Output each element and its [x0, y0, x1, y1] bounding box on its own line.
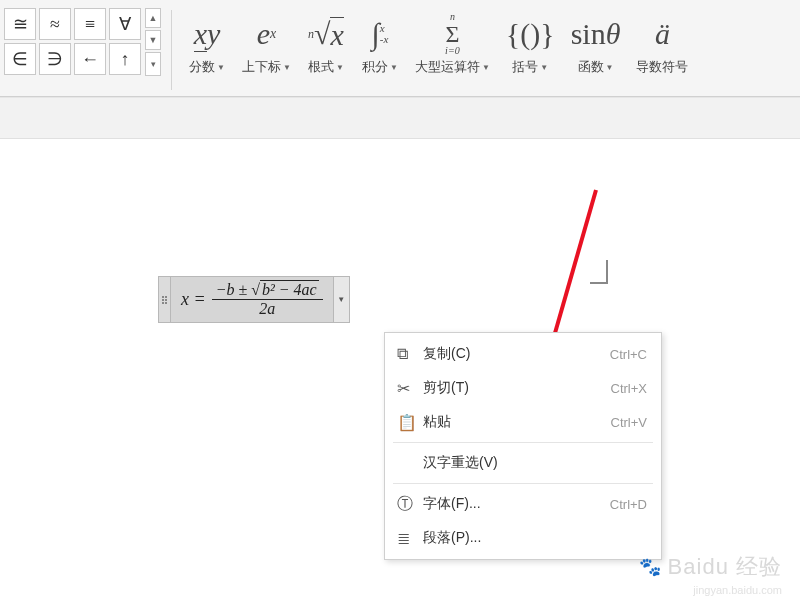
fraction-button[interactable]: xy 分数▼	[182, 8, 232, 92]
chevron-down-icon: ▼	[606, 63, 614, 72]
paw-icon: 🐾	[639, 556, 662, 578]
menu-cut[interactable]: ✂ 剪切(T) Ctrl+X	[385, 371, 661, 405]
integral-button[interactable]: ∫x-x 积分▼	[355, 8, 405, 92]
bracket-label: 括号	[512, 58, 538, 76]
menu-reconvert-label: 汉字重选(V)	[423, 454, 647, 472]
symbol-approx[interactable]: ≈	[39, 8, 71, 40]
paste-icon: 📋	[397, 413, 423, 432]
script-label: 上下标	[242, 58, 281, 76]
equation-object[interactable]: x = −b ± b² − 4ac 2a ▼	[158, 276, 350, 323]
symbol-palette: ≅ ≈ ≡ ∀ ∈ ∋ ← ↑	[4, 8, 141, 92]
fraction-icon: xy	[194, 10, 221, 58]
scroll-more-icon[interactable]: ▾	[145, 52, 161, 76]
cut-icon: ✂	[397, 379, 423, 398]
menu-paragraph[interactable]: ≣ 段落(P)...	[385, 521, 661, 555]
symbol-scroll: ▲ ▼ ▾	[145, 8, 161, 92]
symbol-congruent[interactable]: ≅	[4, 8, 36, 40]
function-label: 函数	[578, 58, 604, 76]
sqrt-icon	[251, 281, 260, 298]
paragraph-icon: ≣	[397, 529, 423, 548]
sigma-icon: nΣi=0	[445, 10, 460, 58]
function-icon: sinθ	[571, 10, 621, 58]
menu-paragraph-label: 段落(P)...	[423, 529, 647, 547]
chevron-down-icon: ▼	[217, 63, 225, 72]
equation-options-dropdown[interactable]: ▼	[334, 276, 350, 323]
large-operator-button[interactable]: nΣi=0 大型运算符▼	[409, 8, 496, 92]
equation-body[interactable]: x = −b ± b² − 4ac 2a	[170, 276, 334, 323]
context-menu: ⧉ 复制(C) Ctrl+C ✂ 剪切(T) Ctrl+X 📋 粘贴 Ctrl+…	[384, 332, 662, 560]
menu-cut-shortcut: Ctrl+X	[611, 381, 647, 396]
watermark-sub: jingyan.baidu.com	[693, 584, 782, 596]
menu-copy-shortcut: Ctrl+C	[610, 347, 647, 362]
menu-font[interactable]: Ⓣ 字体(F)... Ctrl+D	[385, 487, 661, 521]
menu-paste[interactable]: 📋 粘贴 Ctrl+V	[385, 405, 661, 439]
chevron-down-icon: ▼	[540, 63, 548, 72]
function-button[interactable]: sinθ 函数▼	[565, 8, 627, 92]
symbol-identical[interactable]: ≡	[74, 8, 106, 40]
script-icon: ex	[257, 10, 277, 58]
bracket-icon: {()}	[506, 10, 555, 58]
ribbon-buttons: xy 分数▼ ex 上下标▼ n√x 根式▼ ∫x-x 积分▼ nΣi=0 大型…	[182, 8, 694, 92]
menu-cut-label: 剪切(T)	[423, 379, 611, 397]
chevron-down-icon: ▼	[336, 63, 344, 72]
watermark: 🐾 Baidu 经验 jingyan.baidu.com	[639, 552, 782, 582]
symbol-element[interactable]: ∈	[4, 43, 36, 75]
symbol-up-arrow[interactable]: ↑	[109, 43, 141, 75]
text-cursor	[590, 260, 608, 284]
radical-icon: n√x	[308, 10, 344, 58]
large-operator-label: 大型运算符	[415, 58, 480, 76]
symbol-contains[interactable]: ∋	[39, 43, 71, 75]
radical-button[interactable]: n√x 根式▼	[301, 8, 351, 92]
radical-label: 根式	[308, 58, 334, 76]
integral-label: 积分	[362, 58, 388, 76]
menu-reconvert[interactable]: 汉字重选(V)	[385, 446, 661, 480]
integral-icon: ∫x-x	[372, 10, 389, 58]
scroll-down-icon[interactable]: ▼	[145, 30, 161, 50]
copy-icon: ⧉	[397, 345, 423, 363]
menu-paste-shortcut: Ctrl+V	[611, 415, 647, 430]
chevron-down-icon: ▼	[283, 63, 291, 72]
ribbon-separator	[171, 10, 172, 90]
script-button[interactable]: ex 上下标▼	[236, 8, 297, 92]
menu-copy[interactable]: ⧉ 复制(C) Ctrl+C	[385, 337, 661, 371]
menu-font-shortcut: Ctrl+D	[610, 497, 647, 512]
menu-paste-label: 粘贴	[423, 413, 611, 431]
accent-icon: ä	[655, 10, 670, 58]
equation-lhs: x =	[181, 289, 206, 310]
chevron-down-icon: ▼	[482, 63, 490, 72]
accent-button[interactable]: ä 导数符号	[630, 8, 694, 92]
menu-copy-label: 复制(C)	[423, 345, 610, 363]
watermark-text: Baidu 经验	[668, 552, 782, 582]
equation-move-handle[interactable]	[158, 276, 170, 323]
font-icon: Ⓣ	[397, 494, 423, 515]
ribbon: ≅ ≈ ≡ ∀ ∈ ∋ ← ↑ ▲ ▼ ▾ xy 分数▼ ex 上下标▼ n√x…	[0, 0, 800, 97]
menu-separator	[393, 483, 653, 484]
symbol-left-arrow[interactable]: ←	[74, 43, 106, 75]
menu-separator	[393, 442, 653, 443]
bracket-button[interactable]: {()} 括号▼	[500, 8, 561, 92]
equation-fraction: −b ± b² − 4ac 2a	[212, 281, 323, 318]
symbol-forall[interactable]: ∀	[109, 8, 141, 40]
chevron-down-icon: ▼	[390, 63, 398, 72]
accent-label: 导数符号	[636, 58, 688, 76]
scroll-up-icon[interactable]: ▲	[145, 8, 161, 28]
menu-font-label: 字体(F)...	[423, 495, 610, 513]
fraction-label: 分数	[189, 58, 215, 76]
